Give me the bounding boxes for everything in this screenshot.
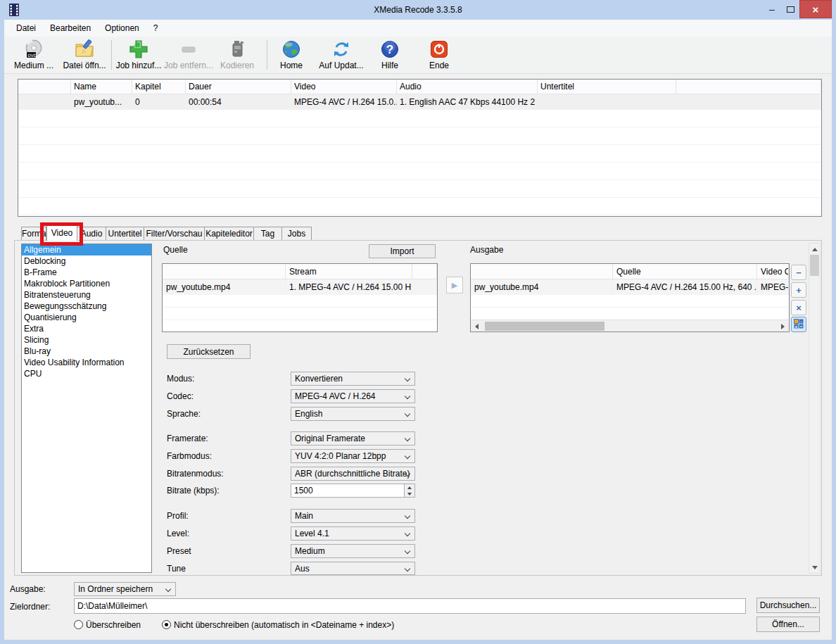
no-overwrite-radio[interactable] — [162, 620, 171, 629]
sidebar-item-blu-ray[interactable]: Blu-ray — [22, 346, 151, 357]
plus-icon: + — [796, 285, 802, 296]
tune-select[interactable]: Aus — [291, 562, 415, 575]
codec-select[interactable]: MPEG-4 AVC / H.264 — [291, 389, 415, 403]
empty-row — [18, 180, 821, 198]
scrollbar-thumb[interactable] — [485, 322, 604, 331]
bitrate-input[interactable] — [291, 484, 405, 498]
level-label: Level: — [167, 529, 189, 538]
sidebar-item-makroblock[interactable]: Makroblock Partitionen — [22, 278, 151, 289]
modus-select[interactable]: Konvertieren — [291, 372, 415, 386]
column-header-dauer[interactable]: Dauer — [186, 80, 291, 94]
toolbar-label: Job hinzuf... — [116, 61, 162, 70]
scroll-up-icon[interactable] — [809, 244, 820, 255]
spin-up-icon[interactable] — [405, 484, 414, 491]
toolbar: DVD Medium ... Datei öffn... Job hinzuf.… — [4, 37, 832, 74]
column-header-video[interactable]: Video — [291, 80, 397, 94]
add-job-icon — [128, 39, 149, 60]
menu-help[interactable]: ? — [147, 21, 165, 35]
reset-button[interactable]: Zurücksetzen — [167, 344, 251, 359]
output-quelle: MPEG-4 AVC / H.264 15.00 Hz, 640 ... — [613, 279, 757, 295]
sidebar-item-cpu[interactable]: CPU — [22, 368, 151, 379]
menu-datei[interactable]: Datei — [10, 21, 42, 35]
matrix-view-button[interactable]: - x = — [791, 317, 806, 332]
add-job-button[interactable]: Job hinzuf... — [115, 39, 163, 72]
tab-untertitel[interactable]: Untertitel — [106, 227, 144, 241]
menubar: Datei Bearbeiten Optionen ? — [4, 20, 832, 37]
scroll-left-icon[interactable] — [471, 321, 482, 332]
scroll-right-icon[interactable] — [778, 321, 788, 332]
toolbar-label: Hilfe — [381, 61, 398, 70]
browse-button[interactable]: Durchsuchen... — [756, 598, 820, 613]
open-medium-button[interactable]: DVD Medium ... — [10, 39, 58, 72]
home-button[interactable]: Home — [274, 39, 309, 72]
bitrate-stepper[interactable] — [405, 484, 415, 498]
level-select[interactable]: Level 4.1 — [291, 526, 415, 541]
sidebar-item-b-frame[interactable]: B-Frame — [22, 267, 151, 278]
minimize-button[interactable]: – — [763, 0, 781, 18]
sidebar-item-bewegungsschaetzung[interactable]: Bewegungsschätzung — [22, 301, 151, 312]
bitratenmodus-select[interactable]: ABR (durchschnittliche Bitrate) — [291, 467, 415, 481]
table-row[interactable]: pw_youtube.mp4 MPEG-4 AVC / H.264 15.00 … — [471, 279, 789, 295]
table-row[interactable]: pw_youtub... 0 00:00:54 MPEG-4 AVC / H.2… — [18, 94, 821, 110]
toolbar-separator — [111, 40, 112, 70]
farbmodus-select[interactable]: YUV 4:2:0 Planar 12bpp — [291, 449, 415, 463]
empty-row — [18, 110, 821, 127]
sidebar-item-extra[interactable]: Extra — [22, 323, 151, 334]
column-header-untertitel[interactable]: Untertitel — [538, 80, 676, 94]
sidebar-item-quantisierung[interactable]: Quantisierung — [22, 312, 151, 323]
preset-select[interactable]: Medium — [291, 544, 415, 558]
sidebar-item-vui[interactable]: Video Usability Information — [22, 357, 151, 368]
zielordner-input[interactable] — [74, 598, 746, 614]
column-header-name[interactable]: Name — [71, 80, 132, 94]
table-row[interactable]: pw_youtube.mp4 1. MPEG-4 AVC / H.264 15.… — [163, 279, 437, 295]
update-button[interactable]: Auf Updat... — [314, 39, 369, 72]
column-header-kapitel[interactable]: Kapitel — [132, 80, 186, 94]
ausgabe-select[interactable]: In Ordner speichern — [74, 582, 176, 596]
tab-kapiteleditor[interactable]: Kapiteleditor — [205, 227, 254, 241]
help-button[interactable]: ? Hilfe — [374, 39, 406, 72]
menu-bearbeiten[interactable]: Bearbeiten — [44, 21, 97, 35]
maximize-button[interactable] — [781, 0, 799, 18]
framerate-select[interactable]: Original Framerate — [291, 431, 415, 446]
overwrite-radio-label[interactable]: Überschreiben — [86, 620, 141, 630]
exit-button[interactable]: Ende — [422, 39, 457, 72]
delete-output-button[interactable]: × — [791, 300, 806, 315]
column-header-stream[interactable]: Stream — [286, 264, 412, 279]
tab-tag[interactable]: Tag — [254, 227, 282, 241]
profil-select[interactable]: Main — [291, 509, 415, 523]
tab-jobs[interactable]: Jobs — [282, 227, 312, 241]
svg-text:DVD: DVD — [28, 53, 37, 58]
menu-optionen[interactable]: Optionen — [99, 21, 146, 35]
scroll-down-icon[interactable] — [809, 562, 820, 573]
vertical-scrollbar[interactable] — [809, 243, 821, 574]
close-button[interactable]: × — [799, 0, 832, 18]
scrollbar-thumb[interactable] — [810, 255, 819, 276]
encode-button: Kodieren — [215, 39, 259, 72]
column-header-quelle[interactable]: Quelle — [613, 264, 757, 279]
open-file-button[interactable]: Datei öffn... — [61, 39, 108, 72]
source-file: pw_youtube.mp4 — [163, 279, 286, 295]
open-button[interactable]: Öffnen... — [756, 617, 820, 632]
sidebar-item-allgemein[interactable]: Allgemein — [22, 244, 151, 255]
remove-output-button[interactable]: − — [791, 265, 806, 280]
sidebar-item-deblocking[interactable]: Deblocking — [22, 255, 151, 267]
source-table-header: Stream — [163, 264, 437, 279]
sidebar-item-slicing[interactable]: Slicing — [22, 334, 151, 346]
sprache-select[interactable]: English — [291, 407, 415, 421]
import-button[interactable]: Import — [369, 244, 436, 258]
horizontal-scrollbar[interactable] — [471, 320, 789, 332]
column-header-video-codec[interactable]: Video C — [757, 264, 789, 279]
column-header-audio[interactable]: Audio — [397, 80, 538, 94]
no-overwrite-radio-label[interactable]: Nicht überschreiben (automatisch in <Dat… — [174, 620, 394, 630]
add-output-button[interactable]: + — [791, 282, 806, 298]
sidebar-item-bitratensteuerung[interactable]: Bitratensteuerung — [22, 289, 151, 301]
tab-filter-vorschau[interactable]: Filter/Vorschau — [144, 227, 205, 241]
add-stream-button[interactable]: ▶ — [446, 277, 463, 293]
codec-label: Codec: — [167, 391, 194, 401]
column-header-empty[interactable] — [18, 80, 71, 94]
column-header-empty — [676, 80, 821, 94]
spin-down-icon[interactable] — [405, 491, 414, 497]
overwrite-radio[interactable] — [74, 620, 83, 629]
preset-label: Preset — [167, 546, 191, 556]
column-header-empty — [163, 264, 286, 279]
